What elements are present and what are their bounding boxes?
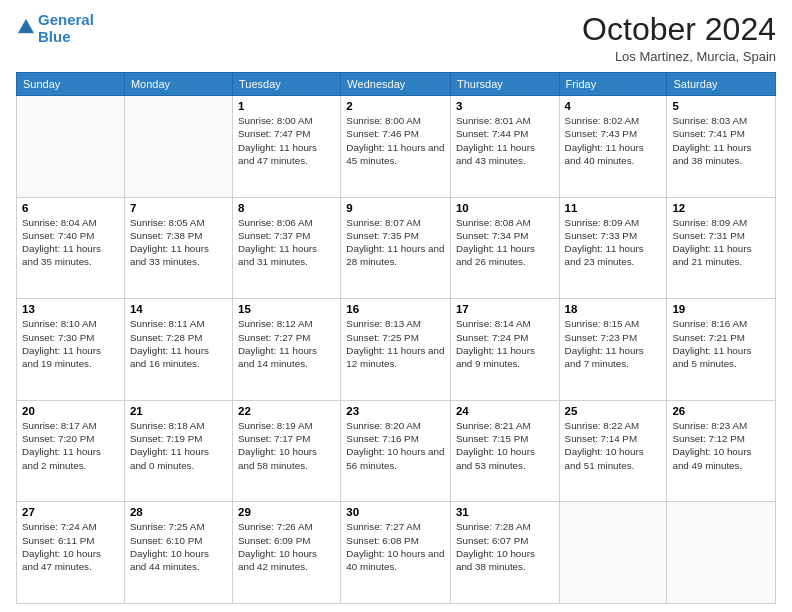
day-info: Sunrise: 7:26 AMSunset: 6:09 PMDaylight:…: [238, 520, 335, 573]
logo: General Blue: [16, 12, 94, 45]
calendar-cell: 20Sunrise: 8:17 AMSunset: 7:20 PMDayligh…: [17, 400, 125, 502]
logo-text-line1: General: [38, 12, 94, 29]
calendar-week-row: 27Sunrise: 7:24 AMSunset: 6:11 PMDayligh…: [17, 502, 776, 604]
calendar-week-row: 13Sunrise: 8:10 AMSunset: 7:30 PMDayligh…: [17, 299, 776, 401]
weekday-header-friday: Friday: [559, 73, 667, 96]
calendar-week-row: 20Sunrise: 8:17 AMSunset: 7:20 PMDayligh…: [17, 400, 776, 502]
day-number: 15: [238, 303, 335, 315]
day-number: 8: [238, 202, 335, 214]
header: General Blue October 2024 Los Martinez, …: [16, 12, 776, 64]
day-number: 22: [238, 405, 335, 417]
day-number: 23: [346, 405, 445, 417]
calendar-cell: 13Sunrise: 8:10 AMSunset: 7:30 PMDayligh…: [17, 299, 125, 401]
day-number: 21: [130, 405, 227, 417]
calendar-cell: [124, 96, 232, 198]
day-number: 7: [130, 202, 227, 214]
day-info: Sunrise: 8:21 AMSunset: 7:15 PMDaylight:…: [456, 419, 554, 472]
weekday-header-sunday: Sunday: [17, 73, 125, 96]
calendar-cell: 9Sunrise: 8:07 AMSunset: 7:35 PMDaylight…: [341, 197, 451, 299]
day-info: Sunrise: 8:01 AMSunset: 7:44 PMDaylight:…: [456, 114, 554, 167]
calendar-cell: 30Sunrise: 7:27 AMSunset: 6:08 PMDayligh…: [341, 502, 451, 604]
day-number: 20: [22, 405, 119, 417]
logo-icon: [16, 17, 36, 37]
day-info: Sunrise: 8:14 AMSunset: 7:24 PMDaylight:…: [456, 317, 554, 370]
weekday-header-saturday: Saturday: [667, 73, 776, 96]
calendar-cell: 28Sunrise: 7:25 AMSunset: 6:10 PMDayligh…: [124, 502, 232, 604]
day-number: 6: [22, 202, 119, 214]
day-info: Sunrise: 8:18 AMSunset: 7:19 PMDaylight:…: [130, 419, 227, 472]
calendar-cell: 10Sunrise: 8:08 AMSunset: 7:34 PMDayligh…: [450, 197, 559, 299]
day-info: Sunrise: 8:09 AMSunset: 7:33 PMDaylight:…: [565, 216, 662, 269]
day-info: Sunrise: 8:07 AMSunset: 7:35 PMDaylight:…: [346, 216, 445, 269]
weekday-header-monday: Monday: [124, 73, 232, 96]
logo-text-line2: Blue: [38, 29, 94, 46]
month-title: October 2024: [582, 12, 776, 47]
day-number: 24: [456, 405, 554, 417]
calendar-cell: 15Sunrise: 8:12 AMSunset: 7:27 PMDayligh…: [233, 299, 341, 401]
day-number: 31: [456, 506, 554, 518]
page: General Blue October 2024 Los Martinez, …: [0, 0, 792, 612]
day-number: 26: [672, 405, 770, 417]
calendar-cell: 6Sunrise: 8:04 AMSunset: 7:40 PMDaylight…: [17, 197, 125, 299]
day-number: 29: [238, 506, 335, 518]
day-info: Sunrise: 8:04 AMSunset: 7:40 PMDaylight:…: [22, 216, 119, 269]
calendar-cell: 31Sunrise: 7:28 AMSunset: 6:07 PMDayligh…: [450, 502, 559, 604]
day-number: 11: [565, 202, 662, 214]
day-number: 25: [565, 405, 662, 417]
calendar-cell: [17, 96, 125, 198]
day-number: 28: [130, 506, 227, 518]
day-info: Sunrise: 7:28 AMSunset: 6:07 PMDaylight:…: [456, 520, 554, 573]
day-info: Sunrise: 8:23 AMSunset: 7:12 PMDaylight:…: [672, 419, 770, 472]
day-info: Sunrise: 8:06 AMSunset: 7:37 PMDaylight:…: [238, 216, 335, 269]
day-info: Sunrise: 8:22 AMSunset: 7:14 PMDaylight:…: [565, 419, 662, 472]
calendar-cell: 5Sunrise: 8:03 AMSunset: 7:41 PMDaylight…: [667, 96, 776, 198]
calendar-table: SundayMondayTuesdayWednesdayThursdayFrid…: [16, 72, 776, 604]
calendar-cell: [667, 502, 776, 604]
calendar-week-row: 6Sunrise: 8:04 AMSunset: 7:40 PMDaylight…: [17, 197, 776, 299]
day-info: Sunrise: 8:09 AMSunset: 7:31 PMDaylight:…: [672, 216, 770, 269]
day-number: 4: [565, 100, 662, 112]
calendar-cell: 11Sunrise: 8:09 AMSunset: 7:33 PMDayligh…: [559, 197, 667, 299]
day-info: Sunrise: 8:19 AMSunset: 7:17 PMDaylight:…: [238, 419, 335, 472]
day-number: 10: [456, 202, 554, 214]
calendar-header-row: SundayMondayTuesdayWednesdayThursdayFrid…: [17, 73, 776, 96]
day-info: Sunrise: 8:08 AMSunset: 7:34 PMDaylight:…: [456, 216, 554, 269]
day-info: Sunrise: 8:05 AMSunset: 7:38 PMDaylight:…: [130, 216, 227, 269]
calendar-cell: 19Sunrise: 8:16 AMSunset: 7:21 PMDayligh…: [667, 299, 776, 401]
day-number: 19: [672, 303, 770, 315]
calendar-cell: 25Sunrise: 8:22 AMSunset: 7:14 PMDayligh…: [559, 400, 667, 502]
day-number: 3: [456, 100, 554, 112]
day-number: 2: [346, 100, 445, 112]
day-number: 16: [346, 303, 445, 315]
calendar-cell: 29Sunrise: 7:26 AMSunset: 6:09 PMDayligh…: [233, 502, 341, 604]
day-info: Sunrise: 8:17 AMSunset: 7:20 PMDaylight:…: [22, 419, 119, 472]
weekday-header-wednesday: Wednesday: [341, 73, 451, 96]
calendar-cell: 2Sunrise: 8:00 AMSunset: 7:46 PMDaylight…: [341, 96, 451, 198]
weekday-header-thursday: Thursday: [450, 73, 559, 96]
calendar-cell: 14Sunrise: 8:11 AMSunset: 7:28 PMDayligh…: [124, 299, 232, 401]
day-number: 27: [22, 506, 119, 518]
day-info: Sunrise: 8:00 AMSunset: 7:46 PMDaylight:…: [346, 114, 445, 167]
day-info: Sunrise: 8:12 AMSunset: 7:27 PMDaylight:…: [238, 317, 335, 370]
day-info: Sunrise: 8:16 AMSunset: 7:21 PMDaylight:…: [672, 317, 770, 370]
calendar-cell: 23Sunrise: 8:20 AMSunset: 7:16 PMDayligh…: [341, 400, 451, 502]
calendar-cell: 18Sunrise: 8:15 AMSunset: 7:23 PMDayligh…: [559, 299, 667, 401]
day-info: Sunrise: 8:13 AMSunset: 7:25 PMDaylight:…: [346, 317, 445, 370]
weekday-header-tuesday: Tuesday: [233, 73, 341, 96]
header-right: October 2024 Los Martinez, Murcia, Spain: [582, 12, 776, 64]
day-number: 9: [346, 202, 445, 214]
calendar-week-row: 1Sunrise: 8:00 AMSunset: 7:47 PMDaylight…: [17, 96, 776, 198]
calendar-cell: 24Sunrise: 8:21 AMSunset: 7:15 PMDayligh…: [450, 400, 559, 502]
location: Los Martinez, Murcia, Spain: [582, 49, 776, 64]
day-number: 30: [346, 506, 445, 518]
day-number: 17: [456, 303, 554, 315]
day-info: Sunrise: 7:24 AMSunset: 6:11 PMDaylight:…: [22, 520, 119, 573]
day-number: 5: [672, 100, 770, 112]
day-info: Sunrise: 8:15 AMSunset: 7:23 PMDaylight:…: [565, 317, 662, 370]
day-number: 14: [130, 303, 227, 315]
day-info: Sunrise: 7:25 AMSunset: 6:10 PMDaylight:…: [130, 520, 227, 573]
calendar-cell: 26Sunrise: 8:23 AMSunset: 7:12 PMDayligh…: [667, 400, 776, 502]
day-number: 12: [672, 202, 770, 214]
calendar-cell: 22Sunrise: 8:19 AMSunset: 7:17 PMDayligh…: [233, 400, 341, 502]
calendar-cell: 4Sunrise: 8:02 AMSunset: 7:43 PMDaylight…: [559, 96, 667, 198]
